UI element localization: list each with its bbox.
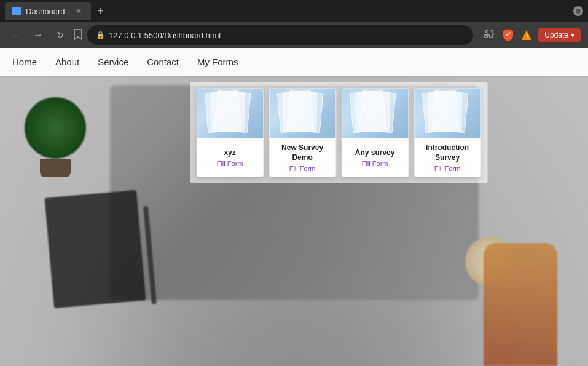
- url-bar[interactable]: 🔒 127.0.0.1:5500/Dashboard.html: [87, 25, 473, 45]
- card-image-new-survey-demo: [269, 89, 335, 138]
- cards-container: xyz Fill Form New Survey Demo Fill Form: [190, 82, 487, 183]
- survey-card-new-survey-demo[interactable]: New Survey Demo Fill Form: [269, 88, 336, 177]
- card-title-new-survey-demo: New Survey Demo: [273, 143, 332, 162]
- alert-icon[interactable]: !: [520, 28, 533, 42]
- bookmark-button[interactable]: [74, 29, 82, 42]
- puzzle-icon[interactable]: [483, 28, 496, 42]
- update-chevron-icon: ▾: [571, 31, 574, 39]
- forward-button[interactable]: →: [29, 26, 47, 44]
- browser-chrome: Dashboard ✕ + ← → ↻ 🔒 127.0.0.1:5500/Das…: [0, 0, 588, 48]
- paper-layer-3: [210, 92, 244, 132]
- nav-about[interactable]: About: [55, 57, 79, 67]
- new-tab-button[interactable]: +: [93, 4, 108, 19]
- page-content: Home About Service Contact My Forms xyz …: [0, 48, 588, 366]
- paper-layer-3: [355, 92, 389, 132]
- card-body-any-survey: Any survey Fill Form: [342, 138, 408, 177]
- survey-card-any-survey[interactable]: Any survey Fill Form: [341, 88, 409, 177]
- tab-title: Dashboard: [26, 7, 65, 16]
- nav-my-forms[interactable]: My Forms: [197, 57, 238, 67]
- refresh-button[interactable]: ↻: [52, 26, 69, 44]
- paper-layer-3: [428, 92, 461, 132]
- plant-decoration: [18, 97, 92, 177]
- card-body-introduction-survey: Introduction Survey Fill Form: [414, 138, 480, 177]
- plant-body: [25, 97, 86, 159]
- hand-decoration: [484, 243, 557, 366]
- card-body-new-survey-demo: New Survey Demo Fill Form: [269, 138, 335, 177]
- card-image-any-survey: [342, 89, 408, 138]
- navbar: Home About Service Contact My Forms: [0, 48, 588, 76]
- tab-favicon: [12, 7, 21, 15]
- card-link-xyz[interactable]: Fill Form: [217, 160, 243, 167]
- card-title-xyz: xyz: [224, 148, 235, 158]
- card-link-new-survey-demo[interactable]: Fill Form: [289, 165, 316, 172]
- extensions-area: ! Update ▾: [483, 28, 581, 42]
- survey-card-introduction-survey[interactable]: Introduction Survey Fill Form: [414, 88, 481, 177]
- card-image-xyz: [197, 89, 263, 138]
- tab-bar: Dashboard ✕ +: [0, 0, 588, 22]
- card-link-introduction-survey[interactable]: Fill Form: [434, 165, 461, 172]
- card-title-introduction-survey: Introduction Survey: [418, 143, 477, 162]
- active-tab[interactable]: Dashboard ✕: [5, 2, 91, 20]
- card-title-any-survey: Any survey: [355, 148, 395, 158]
- plant-pot: [40, 159, 71, 177]
- address-bar: ← → ↻ 🔒 127.0.0.1:5500/Dashboard.html: [0, 22, 588, 48]
- update-label: Update: [544, 31, 568, 39]
- url-text: 127.0.0.1:5500/Dashboard.html: [109, 31, 221, 40]
- survey-card-xyz[interactable]: xyz Fill Form: [196, 88, 264, 177]
- svg-point-0: [576, 9, 581, 14]
- lock-icon: 🔒: [96, 31, 105, 39]
- browser-action-icon: [573, 6, 583, 16]
- nav-home[interactable]: Home: [12, 57, 37, 67]
- card-image-introduction-survey: [414, 89, 480, 138]
- back-button[interactable]: ←: [7, 26, 25, 44]
- svg-text:!: !: [527, 33, 528, 39]
- notebook-decoration: [44, 190, 146, 308]
- brave-shield-icon[interactable]: [501, 28, 515, 42]
- nav-service[interactable]: Service: [98, 57, 128, 67]
- update-button[interactable]: Update ▾: [538, 28, 581, 42]
- card-body-xyz: xyz Fill Form: [197, 138, 263, 177]
- nav-contact[interactable]: Contact: [147, 57, 179, 67]
- paper-layer-3: [283, 92, 316, 132]
- tab-close-button[interactable]: ✕: [74, 6, 84, 16]
- card-link-any-survey[interactable]: Fill Form: [362, 160, 388, 167]
